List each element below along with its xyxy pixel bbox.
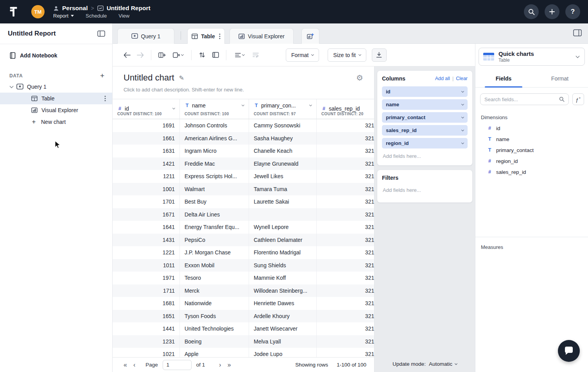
table-row[interactable]: 1001WalmartTamara Tuma3215 [113, 183, 374, 196]
chevron-down-icon[interactable] [309, 104, 312, 106]
breadcrumb-report-title[interactable]: Untitled Report [107, 5, 151, 12]
redo-forward-button[interactable] [134, 48, 147, 62]
cell-contact[interactable]: Wynell Lepore [249, 221, 317, 234]
cell-id[interactable]: 1701 [113, 195, 180, 208]
cell-id[interactable]: 1421 [113, 157, 180, 170]
cell-id[interactable]: 1231 [113, 335, 180, 348]
cell-contact[interactable]: Florentino Madrigal [249, 246, 317, 259]
table-row[interactable]: 1641Energy Transfer Equ...Wynell Lepore3… [113, 221, 374, 234]
add-all-link[interactable]: Add all [435, 76, 450, 81]
formula-button[interactable]: ƒ+ [572, 93, 584, 105]
table-row[interactable]: 1671Delta Air Lines3215 [113, 208, 374, 221]
cell-name[interactable]: Apple [180, 348, 249, 357]
cell-rep[interactable]: 3215 [317, 157, 374, 170]
cell-name[interactable]: Boeing [180, 335, 249, 348]
add-button[interactable] [545, 4, 559, 19]
cell-contact[interactable]: Cathleen Delamater [249, 234, 317, 247]
field-item-primary_contact[interactable]: Tprimary_contact [475, 145, 588, 156]
cell-id[interactable]: 1641 [113, 221, 180, 234]
table-row[interactable]: 1211Express Scripts Hol...Jewell Likes32… [113, 170, 374, 183]
tab-fields[interactable]: Fields [475, 70, 532, 87]
cell-contact[interactable]: Chanelle Keach [249, 145, 317, 157]
cell-rep[interactable]: 3215 [317, 246, 374, 259]
table-row[interactable]: 1661American Airlines G...Sasha Haughey3… [113, 132, 374, 145]
cell-name[interactable]: Tyson Foods [180, 310, 249, 323]
download-button[interactable] [372, 48, 387, 62]
tab-visual-explorer[interactable]: Visual Explorer [229, 28, 294, 44]
column-pill-primary_contact[interactable]: primary_contact [382, 112, 468, 123]
table-row[interactable]: 1971TesoroMammie Koff3215 [113, 272, 374, 284]
cell-name[interactable]: J.P. Morgan Chase [180, 246, 249, 259]
table-row[interactable]: 1431PepsiCoCathleen Delamater3215 [113, 234, 374, 247]
cell-contact[interactable]: Laurette Sakai [249, 195, 317, 208]
cell-rep[interactable]: 3215 [317, 310, 374, 323]
kebab-menu-icon[interactable] [219, 33, 220, 39]
cell-rep[interactable]: 3215 [317, 183, 374, 196]
cell-rep[interactable]: 3215 [317, 259, 374, 272]
column-pill-sales_rep_id[interactable]: sales_rep_id [382, 125, 468, 136]
cell-name[interactable]: United Technologies [180, 322, 249, 335]
table-row[interactable]: 1691Johnson ControlsCammy Sosnowski3215 [113, 119, 374, 132]
field-item-name[interactable]: Tname [475, 134, 588, 145]
insert-column-button[interactable] [155, 48, 169, 62]
cell-name[interactable]: Energy Transfer Equ... [180, 221, 249, 234]
cell-rep[interactable]: 3215 [317, 132, 374, 145]
filters-dropzone[interactable]: Add fields here... [382, 186, 468, 198]
panel-toggle-right-icon[interactable] [573, 29, 582, 36]
tab-query-1[interactable]: Query 1 [117, 28, 174, 44]
cell-name[interactable]: Best Buy [180, 195, 249, 208]
column-pill-name[interactable]: name [382, 99, 468, 110]
page-number-input[interactable] [163, 360, 192, 370]
field-item-sales_rep_id[interactable]: #sales_rep_id [475, 166, 588, 177]
column-header-id[interactable]: #idCOUNT DISTINCT: 100 [113, 99, 180, 119]
quick-charts-select[interactable]: Quick charts Table [479, 48, 585, 66]
user-avatar[interactable]: TM [31, 5, 45, 18]
cell-rep[interactable]: 3215 [317, 195, 374, 208]
add-chart-tab-button[interactable] [301, 28, 319, 44]
column-header-rep[interactable]: #sales_rep_idCOUNT DISTINCT: 20 [317, 99, 374, 119]
cell-name[interactable]: Nationwide [180, 297, 249, 310]
sidebar-item-query-1[interactable]: Query 1 [0, 82, 112, 93]
cell-rep[interactable]: 3215 [317, 234, 374, 247]
cell-name[interactable]: PepsiCo [180, 234, 249, 247]
cell-rep[interactable]: 3215 [317, 272, 374, 284]
cell-id[interactable]: 1651 [113, 310, 180, 323]
cell-contact[interactable]: Cammy Sosnowski [249, 119, 317, 132]
cell-id[interactable]: 1681 [113, 297, 180, 310]
collapse-sidebar-icon[interactable] [97, 30, 105, 37]
edit-pencil-icon[interactable]: ✎ [179, 74, 184, 82]
size-to-fit-button[interactable]: Size to fit [328, 48, 366, 62]
cell-contact[interactable]: Willodean Steinberg... [249, 284, 317, 297]
cell-contact[interactable]: Henriette Dawes [249, 297, 317, 310]
cell-name[interactable]: Merck [180, 284, 249, 297]
cell-contact[interactable]: Ardelle Khoury [249, 310, 317, 323]
cell-id[interactable]: 1001 [113, 183, 180, 196]
prev-page-icon[interactable]: ‹ [130, 361, 138, 368]
column-header-contact[interactable]: Tprimary_con...COUNT DISTINCT: 97 [249, 99, 317, 119]
add-notebook-button[interactable]: Add Notebook [0, 44, 112, 62]
cell-id[interactable]: 1431 [113, 234, 180, 247]
cell-id[interactable]: 1021 [113, 348, 180, 357]
cell-rep[interactable]: 3215 [317, 335, 374, 348]
cell-rep[interactable]: 3215 [317, 221, 374, 234]
cell-rep[interactable]: 3215 [317, 145, 374, 157]
field-item-id[interactable]: #id [475, 123, 588, 134]
cell-id[interactable]: 1661 [113, 132, 180, 145]
cell-name[interactable]: American Airlines G... [180, 132, 249, 145]
freeze-columns-button[interactable] [209, 48, 222, 62]
tab-format[interactable]: Format [532, 70, 588, 87]
undo-back-button[interactable] [120, 48, 134, 62]
breadcrumb-workspace[interactable]: Personal [62, 5, 88, 12]
search-fields-input[interactable] [484, 97, 559, 102]
cell-rep[interactable]: 3215 [317, 208, 374, 221]
table-row[interactable]: 1221J.P. Morgan ChaseFlorentino Madrigal… [113, 246, 374, 259]
cell-id[interactable]: 1011 [113, 259, 180, 272]
tab-table[interactable]: Table [187, 28, 225, 44]
cell-contact[interactable]: Jodee Lupo [249, 348, 317, 357]
help-button[interactable]: ? [565, 4, 580, 19]
cell-id[interactable]: 1711 [113, 284, 180, 297]
table-row[interactable]: 1701Best BuyLaurette Sakai3215 [113, 195, 374, 208]
cell-rep[interactable]: 3215 [317, 170, 374, 183]
cell-contact[interactable] [249, 208, 317, 221]
cell-rep[interactable]: 3215 [317, 348, 374, 357]
